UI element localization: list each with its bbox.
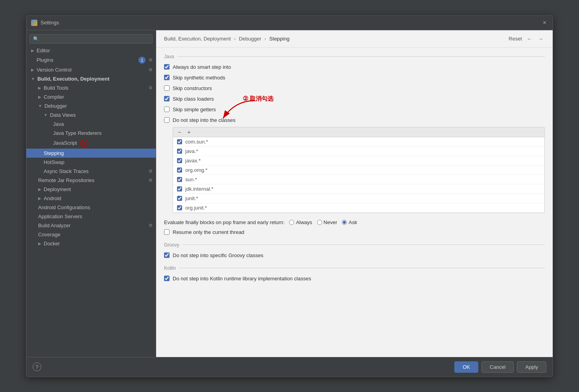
class-item-checkbox[interactable] — [177, 186, 182, 191]
skip-synthetic-checkbox[interactable] — [164, 75, 170, 80]
close-button[interactable]: × — [541, 19, 548, 27]
nav-forward-button[interactable]: → — [537, 35, 545, 42]
breadcrumb-part2: Debugger — [239, 36, 261, 42]
sidebar-item-build-execution-deployment[interactable]: ▼ Build, Execution, Deployment — [26, 74, 156, 83]
sidebar-item-label: Build Analyzer — [38, 223, 70, 228]
class-item-label: jdk.internal.* — [185, 186, 214, 192]
kotlin-section-title: Kotlin — [164, 265, 545, 271]
java-section-title: Java — [164, 54, 545, 59]
search-box[interactable]: 🔍 — [30, 34, 153, 44]
sidebar-item-application-servers[interactable]: Application Servers — [26, 212, 156, 221]
sidebar-item-compiler[interactable]: ▶ Compiler — [26, 92, 156, 101]
breadcrumb-part1: Build, Execution, Deployment — [164, 36, 231, 42]
evaluate-always-label[interactable]: Always — [289, 219, 312, 225]
sidebar-item-coverage[interactable]: Coverage — [26, 230, 156, 239]
add-class-button[interactable]: + — [186, 129, 192, 135]
sidebar-item-hotswap[interactable]: HotSwap — [26, 158, 156, 167]
list-item: junit.* — [173, 194, 544, 203]
help-icon: ? — [35, 364, 38, 370]
skip-class-loaders-checkbox[interactable] — [164, 96, 170, 101]
sidebar-item-stepping[interactable]: Stepping — [26, 149, 156, 158]
evaluate-ask-label[interactable]: Ask — [342, 219, 357, 225]
skip-simple-getters-row: Skip simple getters — [164, 106, 545, 113]
class-item-checkbox[interactable] — [177, 149, 182, 154]
class-list-box: − + com.sun.* java.* — [173, 127, 545, 213]
class-item-label: sun.* — [185, 177, 197, 182]
groovy-section-title: Groovy — [164, 242, 545, 248]
help-button[interactable]: ? — [33, 363, 41, 371]
title-bar-left: Settings — [31, 20, 59, 26]
sidebar-item-editor[interactable]: ▶ Editor — [26, 46, 156, 55]
sidebar-item-java[interactable]: Java — [26, 120, 156, 129]
class-item-checkbox[interactable] — [177, 167, 182, 173]
sidebar-item-java-type-renderers[interactable]: Java Type Renderers — [26, 129, 156, 138]
apply-button[interactable]: Apply — [517, 361, 546, 373]
resume-row: Resume only the current thread — [164, 228, 545, 236]
list-item: java.* — [173, 147, 544, 156]
class-item-label: junit.* — [185, 195, 198, 201]
list-item: com.sun.* — [173, 137, 544, 147]
do-not-step-row: Do not step into the classes — [164, 116, 545, 124]
class-item-label: javax.* — [185, 158, 201, 164]
nav-back-button[interactable]: ← — [525, 35, 533, 42]
always-smart-step-checkbox[interactable] — [164, 64, 170, 70]
breadcrumb-sep2: › — [264, 36, 266, 42]
do-not-step-checkbox[interactable] — [164, 117, 170, 123]
evaluate-ask-radio[interactable] — [342, 220, 347, 225]
chevron-right-icon: ▶ — [38, 187, 41, 191]
sidebar-item-label: Deployment — [44, 186, 71, 192]
sidebar-item-javascript[interactable]: JavaScript 1 — [26, 138, 156, 149]
sidebar-item-async-stack-traces[interactable]: Async Stack Traces ⚙ — [26, 167, 156, 176]
sidebar-item-docker[interactable]: ▶ Docker — [26, 239, 156, 248]
sidebar-item-label: Debugger — [44, 103, 67, 109]
breadcrumb: Build, Execution, Deployment › Debugger … — [156, 30, 553, 48]
settings-icon: ⚙ — [149, 67, 153, 72]
groovy-row: Do not step into specific Groovy classes — [164, 252, 545, 259]
evaluate-never-radio[interactable] — [317, 220, 322, 225]
sidebar-item-label: Data Views — [50, 112, 76, 118]
resume-thread-checkbox[interactable] — [164, 229, 170, 235]
settings-dialog: Settings × 🔍 ▶ Editor Plugins 1 ⚙ — [26, 15, 553, 377]
skip-constructors-checkbox[interactable] — [164, 85, 170, 91]
class-item-checkbox[interactable] — [177, 196, 182, 201]
evaluate-always-radio[interactable] — [289, 220, 294, 225]
groovy-step-checkbox[interactable] — [164, 252, 170, 258]
sidebar-item-data-views[interactable]: ▼ Data Views — [26, 110, 156, 120]
reset-button[interactable]: Reset — [509, 36, 522, 42]
class-item-checkbox[interactable] — [177, 158, 182, 163]
search-input[interactable] — [41, 36, 149, 42]
sidebar-item-label: Editor — [37, 48, 50, 53]
class-item-checkbox[interactable] — [177, 139, 182, 144]
kotlin-step-checkbox[interactable] — [164, 276, 170, 281]
sidebar-item-android[interactable]: ▶ Android — [26, 194, 156, 203]
do-not-step-label: Do not step into the classes — [173, 117, 236, 123]
content-area: Java Always do smart step into Skip synt… — [156, 48, 553, 357]
settings-icon: ⚙ — [149, 85, 153, 90]
sidebar-item-label: JavaScript — [53, 140, 77, 146]
sidebar-item-label: Version Control — [37, 67, 72, 73]
cancel-button[interactable]: Cancel — [481, 361, 514, 373]
sidebar-item-remote-jar-repositories[interactable]: Remote Jar Repositories ⚙ — [26, 176, 156, 185]
sidebar-item-android-configurations[interactable]: Android Configurations — [26, 203, 156, 212]
sidebar-item-plugins[interactable]: Plugins 1 ⚙ — [26, 55, 156, 65]
kotlin-step-label: Do not step into Kotlin runtime library … — [173, 276, 311, 282]
sidebar-item-debugger[interactable]: ▼ Debugger — [26, 101, 156, 110]
sidebar-item-build-tools[interactable]: ▶ Build Tools ⚙ — [26, 83, 156, 92]
chevron-right-icon: ▶ — [38, 241, 41, 246]
ok-button[interactable]: OK — [454, 361, 478, 373]
skip-constructors-label: Skip constructors — [173, 85, 212, 91]
sidebar-item-label: Java — [53, 121, 64, 127]
class-item-checkbox[interactable] — [177, 177, 182, 182]
sidebar-item-label: Stepping — [44, 150, 64, 156]
list-item: jdk.internal.* — [173, 184, 544, 194]
skip-simple-getters-checkbox[interactable] — [164, 107, 170, 112]
sidebar-item-deployment[interactable]: ▶ Deployment — [26, 185, 156, 194]
sidebar-item-build-analyzer[interactable]: Build Analyzer ⚙ — [26, 221, 156, 230]
class-item-checkbox[interactable] — [177, 205, 182, 210]
evaluate-never-label[interactable]: Never — [317, 219, 337, 225]
sidebar-item-version-control[interactable]: ▶ Version Control ⚙ — [26, 65, 156, 74]
remove-class-button[interactable]: − — [176, 129, 183, 135]
plugins-badge: 1 — [138, 57, 146, 64]
class-item-label: java.* — [185, 148, 198, 154]
sidebar-item-label: Android Configurations — [38, 204, 90, 210]
